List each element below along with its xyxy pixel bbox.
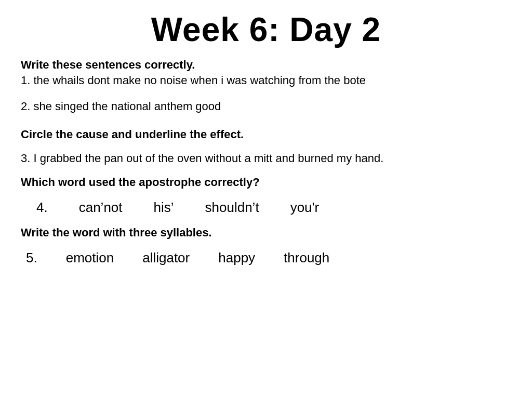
choice-shouldnt: shouldn’t: [205, 200, 259, 216]
section4-instruction: Write the word with three syllables.: [21, 226, 511, 240]
choice-your: you'r: [290, 200, 320, 216]
spacer: [21, 143, 511, 152]
question-3: 3. I grabbed the pan out of the oven wit…: [21, 152, 511, 165]
choice-through: through: [284, 250, 329, 266]
question-5-choices: 5. emotion alligator happy through: [26, 250, 511, 266]
section1-instruction: Write these sentences correctly.: [21, 58, 511, 72]
spacer: [21, 91, 511, 100]
spacer: [21, 242, 511, 250]
q5-number: 5.: [26, 250, 37, 266]
section3-instruction: Which word used the apostrophe correctly…: [21, 176, 511, 189]
section-apostrophe: Which word used the apostrophe correctly…: [21, 176, 511, 216]
choice-emotion: emotion: [66, 250, 114, 266]
section-cause-effect: Circle the cause and underline the effec…: [21, 128, 511, 165]
question-4-choices: 4. can’not his’ shouldn’t you'r: [36, 200, 511, 216]
q4-number: 4.: [36, 200, 48, 216]
page-title: Week 6: Day 2: [21, 10, 511, 49]
section2-instruction: Circle the cause and underline the effec…: [21, 128, 511, 141]
section-write-sentences: Write these sentences correctly. 1. the …: [21, 58, 511, 113]
question-2: 2. she singed the national anthem good: [21, 100, 511, 113]
choice-alligator: alligator: [142, 250, 190, 266]
choice-his: his’: [154, 200, 174, 216]
choice-happy: happy: [218, 250, 255, 266]
choice-cannot: can’not: [79, 200, 123, 216]
section-syllables: Write the word with three syllables. 5. …: [21, 226, 511, 266]
question-1: 1. the whails dont make no noise when i …: [21, 74, 511, 87]
spacer: [21, 191, 511, 200]
